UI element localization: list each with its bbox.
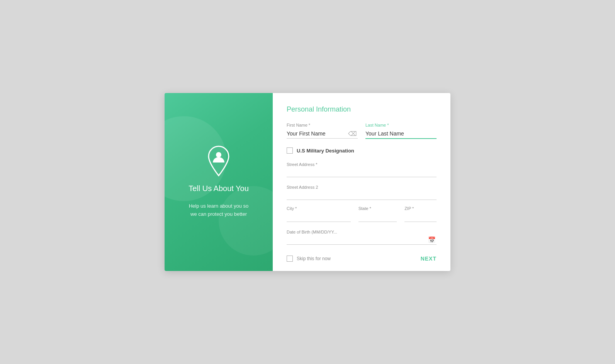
skip-checkbox[interactable]: [287, 256, 293, 262]
left-panel: Tell Us About You Help us learn about yo…: [165, 93, 273, 271]
military-checkbox-row: U.S Military Designation: [287, 147, 437, 154]
svg-point-0: [216, 152, 221, 157]
calendar-icon[interactable]: 📅: [428, 236, 436, 244]
city-group: City *: [287, 206, 351, 222]
next-button[interactable]: NEXT: [421, 256, 437, 262]
left-subtitle: Help us learn about you sowe can protect…: [189, 202, 249, 218]
dob-label: Date of Birth (MM/DD/YY...: [287, 230, 337, 234]
state-label: State *: [358, 206, 397, 211]
skip-row: Skip this for now: [287, 256, 331, 262]
first-name-label: First Name *: [287, 123, 358, 127]
clear-first-name-icon[interactable]: ⌫: [348, 130, 357, 137]
dob-group: Date of Birth (MM/DD/YY... 📅: [287, 228, 437, 245]
state-input[interactable]: [358, 212, 397, 222]
street-address-input[interactable]: [287, 168, 437, 177]
right-panel: Personal Information First Name * ⌫ Last…: [273, 93, 450, 271]
dob-input-wrapper: 📅: [287, 235, 437, 245]
skip-label: Skip this for now: [297, 256, 331, 261]
last-name-group: Last Name *: [365, 123, 437, 139]
street-address2-group: Street Address 2: [287, 183, 437, 200]
last-name-label: Last Name *: [365, 123, 437, 127]
main-card: Tell Us About You Help us learn about yo…: [165, 93, 450, 271]
city-input[interactable]: [287, 212, 351, 222]
first-name-input-wrapper: ⌫: [287, 129, 358, 139]
city-label: City *: [287, 206, 351, 211]
zip-input[interactable]: [404, 212, 437, 222]
first-name-input[interactable]: [287, 129, 358, 139]
section-title: Personal Information: [287, 105, 437, 113]
zip-label: ZIP *: [404, 206, 437, 211]
city-state-zip-row: City * State * ZIP *: [287, 206, 437, 222]
name-row: First Name * ⌫ Last Name *: [287, 123, 437, 139]
military-label: U.S Military Designation: [297, 148, 354, 154]
last-name-input-wrapper: [365, 129, 437, 139]
footer-row: Skip this for now NEXT: [287, 256, 437, 262]
street-address2-label: Street Address 2: [287, 185, 318, 190]
dob-input[interactable]: [287, 235, 437, 245]
military-checkbox[interactable]: [287, 147, 293, 154]
street-address-label: Street Address *: [287, 162, 318, 167]
street-address2-input[interactable]: [287, 190, 437, 200]
first-name-group: First Name * ⌫: [287, 123, 358, 139]
street-address-group: Street Address *: [287, 161, 437, 177]
state-group: State *: [358, 206, 397, 222]
location-pin-icon: [205, 146, 232, 176]
last-name-input[interactable]: [365, 129, 437, 139]
zip-group: ZIP *: [404, 206, 437, 222]
left-title: Tell Us About You: [189, 184, 249, 193]
